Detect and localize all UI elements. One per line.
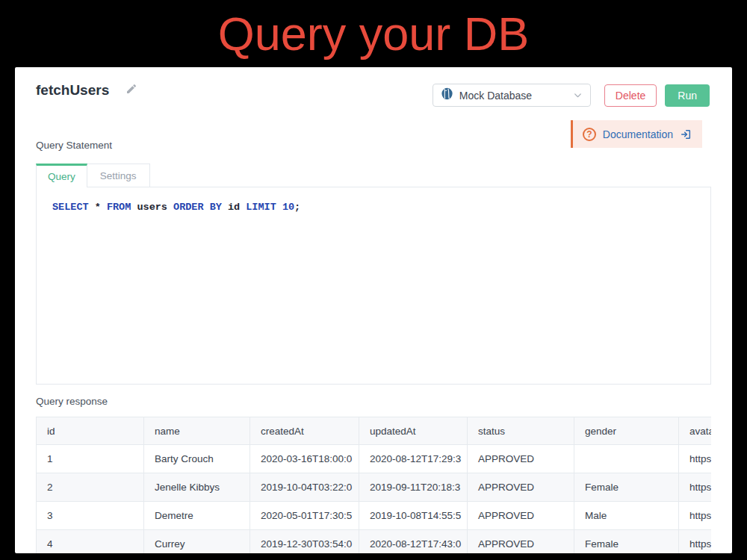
cell-gender: Female [574,473,679,502]
cell-avatar: https:// [679,502,712,530]
column-header-createdAt: createdAt [250,417,359,445]
delete-button[interactable]: Delete [604,84,657,107]
column-header-status: status [468,417,574,445]
column-header-updatedAt: updatedAt [359,417,468,445]
cell-updatedAt: 2019-09-11T20:18:3 [359,473,468,502]
query-statement-label: Query Statement [36,140,112,151]
tab-settings[interactable]: Settings [87,164,150,187]
query-tool-panel: fetchUsers Mock Database Delete Run [15,67,732,553]
cell-gender [574,445,679,473]
sql-token: ORDER BY [173,202,222,213]
query-name-row: fetchUsers [36,82,137,99]
cell-avatar: https:// [679,445,712,473]
cell-status: APPROVED [468,502,574,530]
cell-createdAt: 2019-12-30T03:54:0 [250,530,359,554]
toolbar-controls: Mock Database Delete Run [433,84,710,107]
query-name: fetchUsers [36,82,109,99]
table-row: 2 Jenelle Kibbys 2019-10-04T03:22:0 2019… [37,473,712,502]
sql-code-line: SELECT * FROM users ORDER BY id LIMIT 10… [52,202,300,213]
sql-token: ; [294,202,300,213]
cell-status: APPROVED [468,473,574,502]
pencil-icon [125,83,137,98]
documentation-link[interactable]: ? Documentation [571,120,702,148]
cell-id: 4 [37,530,144,554]
question-circle-icon: ? [583,128,596,141]
cell-avatar: https:// [679,530,712,554]
column-header-name: name [144,417,250,445]
postgresql-icon [441,87,453,103]
cell-name: Jenelle Kibbys [144,473,250,502]
sql-token: 10 [276,202,294,213]
table-row: 4 Currey 2019-12-30T03:54:0 2020-08-12T1… [37,530,712,554]
cell-createdAt: 2020-03-16T18:00:0 [250,445,359,473]
cell-name: Currey [144,530,250,554]
column-header-avatar: avatar [679,417,712,445]
cell-updatedAt: 2019-10-08T14:55:5 [359,502,468,530]
page-title: Query your DB [0,0,747,67]
run-button[interactable]: Run [665,84,710,107]
table-header-row: id name createdAt updatedAt status gende… [37,417,712,445]
cell-status: APPROVED [468,445,574,473]
sql-token: users [131,202,173,213]
column-header-gender: gender [574,417,679,445]
sql-token: SELECT [52,202,89,213]
chevron-down-icon [573,90,583,100]
sql-token: * [89,202,107,213]
sql-token: id [222,202,246,213]
table-row: 3 Demetre 2020-05-01T17:30:5 2019-10-08T… [37,502,712,530]
cell-name: Demetre [144,502,250,530]
query-response-label: Query response [36,396,108,407]
column-header-id: id [37,417,144,445]
tab-query[interactable]: Query [36,164,87,187]
sql-editor[interactable]: SELECT * FROM users ORDER BY id LIMIT 10… [36,187,711,385]
sql-token: LIMIT [246,202,276,213]
edit-name-button[interactable] [125,83,137,98]
database-select-value: Mock Database [459,90,532,102]
cell-id: 3 [37,502,144,530]
query-tabs: Query Settings [36,164,150,187]
cell-id: 2 [37,473,144,502]
cell-status: APPROVED [468,530,574,554]
results-table: id name createdAt updatedAt status gende… [36,417,711,553]
database-select[interactable]: Mock Database [433,84,591,107]
cell-name: Barty Crouch [144,445,250,473]
cell-updatedAt: 2020-08-12T17:43:0 [359,530,468,554]
documentation-label: Documentation [603,128,673,140]
sql-token: FROM [107,202,131,213]
results-table-container[interactable]: id name createdAt updatedAt status gende… [36,417,711,553]
cell-gender: Male [574,502,679,530]
cell-gender: Female [574,530,679,554]
cell-id: 1 [37,445,144,473]
cell-updatedAt: 2020-08-12T17:29:3 [359,445,468,473]
cell-createdAt: 2019-10-04T03:22:0 [250,473,359,502]
external-link-icon [680,128,692,140]
cell-avatar: https:// [679,473,712,502]
cell-createdAt: 2020-05-01T17:30:5 [250,502,359,530]
table-row: 1 Barty Crouch 2020-03-16T18:00:0 2020-0… [37,445,712,473]
